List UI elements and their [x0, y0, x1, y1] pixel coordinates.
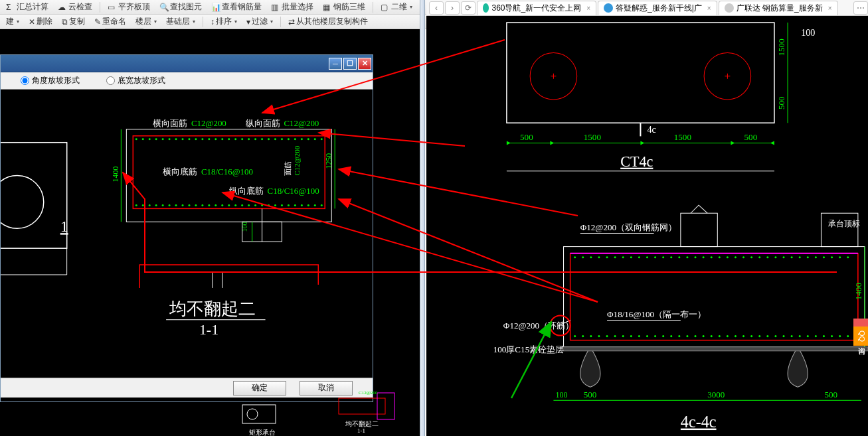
dialog-options: 角度放坡形式 底宽放坡形式	[1, 72, 373, 90]
svg-point-34	[135, 204, 137, 206]
svg-point-146	[831, 256, 833, 258]
tab-overflow[interactable]: ⋯	[853, 1, 868, 15]
tb-baselayer[interactable]: 基础层	[163, 15, 199, 29]
dialog-titlebar[interactable]: ─ ☐ ✕	[1, 55, 373, 72]
tb-copy[interactable]: ⧉ 复制	[58, 15, 88, 29]
svg-point-60	[307, 204, 309, 206]
svg-point-14	[195, 138, 197, 140]
svg-point-33	[321, 138, 323, 140]
svg-point-148	[847, 256, 849, 258]
svg-rect-0	[1, 143, 67, 248]
svg-point-156	[630, 335, 632, 337]
tab-glodon[interactable]: 广联达 钢筋算量_服务新×	[719, 1, 838, 15]
svg-point-179	[815, 335, 817, 337]
tb-sort[interactable]: ↕ 排序	[207, 15, 240, 29]
svg-point-25	[268, 138, 270, 140]
tb-rebar3d[interactable]: ▦钢筋三维	[319, 0, 369, 14]
ok-button[interactable]: 确定	[233, 381, 286, 396]
tb-find[interactable]: 🔍查找图元	[156, 0, 205, 14]
svg-point-36	[149, 204, 151, 206]
svg-point-26	[274, 138, 276, 140]
browser-tabs: ‹ › ⟳ 360导航_新一代安全上网× 答疑解惑_服务新干线|广× 广联达 钢…	[426, 0, 868, 16]
svg-text:面筋: 面筋	[284, 161, 292, 176]
opt-width[interactable]: 底宽放坡形式	[106, 75, 165, 86]
svg-point-22	[248, 138, 250, 140]
side-tab-follow[interactable]: 关注我们	[853, 319, 868, 327]
tb-flat[interactable]: ▭平齐板顶	[104, 0, 153, 14]
svg-point-30	[301, 138, 303, 140]
maximize-button[interactable]: ☐	[343, 58, 357, 70]
nav-fwd[interactable]: ›	[445, 1, 460, 15]
svg-point-140	[783, 256, 785, 258]
svg-point-158	[646, 335, 648, 337]
close-icon[interactable]: ×	[828, 5, 832, 12]
tb-new[interactable]: 建	[3, 15, 23, 29]
svg-point-19	[228, 138, 230, 140]
right-canvas[interactable]: 4c 500 1500 1500 500 1500 500 100 CT4c	[426, 16, 868, 436]
svg-point-59	[301, 204, 303, 206]
svg-point-180	[823, 335, 825, 337]
svg-text:500: 500	[744, 132, 758, 142]
svg-point-58	[294, 204, 296, 206]
svg-point-150	[582, 335, 584, 337]
svg-point-147	[839, 256, 841, 258]
tab-faq[interactable]: 答疑解惑_服务新干线|广×	[598, 1, 717, 15]
svg-text:500: 500	[584, 390, 597, 400]
minimize-button[interactable]: ─	[329, 58, 342, 70]
v-bot-rebar-label: 纵向底筋	[229, 186, 264, 196]
svg-point-46	[215, 204, 217, 206]
tb-cloud[interactable]: ☁云检查	[54, 0, 96, 14]
opt-angle[interactable]: 角度放坡形式	[21, 75, 80, 86]
close-icon[interactable]: ×	[707, 5, 711, 12]
tb-floor[interactable]: 楼层	[132, 15, 160, 29]
svg-text:500: 500	[776, 96, 786, 109]
svg-point-165	[703, 335, 705, 337]
side-tabs: 关注我们 QQ咨询	[853, 319, 868, 346]
svg-point-16	[208, 138, 210, 140]
svg-rect-184	[681, 213, 717, 246]
nav-back[interactable]: ‹	[429, 1, 444, 15]
tb-copyfloor[interactable]: ⇄ 从其他楼层复制构件	[285, 15, 371, 29]
svg-marker-99	[731, 141, 735, 145]
svg-point-6	[142, 138, 144, 140]
svg-point-23	[254, 138, 256, 140]
tb-batch[interactable]: ▥批量选择	[268, 0, 317, 14]
svg-point-128	[686, 256, 688, 258]
tb-view-rebar[interactable]: 📊查看钢筋量	[208, 0, 265, 14]
svg-point-149	[574, 335, 576, 337]
tb-rename[interactable]: ✎ 重命名	[91, 15, 130, 29]
svg-point-45	[208, 204, 210, 206]
svg-point-178	[807, 335, 809, 337]
close-button[interactable]: ✕	[358, 58, 371, 70]
svg-point-138	[766, 256, 768, 258]
svg-point-116	[590, 256, 592, 258]
tb-filter[interactable]: ▾ 过滤	[243, 15, 276, 29]
svg-point-11	[175, 138, 177, 140]
vertical-splitter[interactable]	[420, 0, 425, 436]
tab-360[interactable]: 360导航_新一代安全上网×	[477, 1, 596, 15]
svg-point-15	[201, 138, 203, 140]
tb-2d[interactable]: ▢二维	[377, 0, 416, 14]
svg-point-175	[783, 335, 785, 337]
svg-point-153	[606, 335, 608, 337]
h-bot-rebar-label: 横向底筋	[163, 167, 197, 177]
nav-refresh[interactable]: ⟳	[461, 1, 476, 15]
svg-text:100: 100	[801, 27, 815, 38]
svg-point-20	[234, 138, 236, 140]
tb-delete[interactable]: ✕ 删除	[25, 15, 56, 29]
svg-point-173	[766, 335, 768, 337]
svg-point-18	[221, 138, 223, 140]
svg-point-195	[550, 315, 570, 335]
cancel-button[interactable]: 取消	[300, 381, 353, 396]
svg-point-170	[742, 335, 744, 337]
side-tab-qq[interactable]: QQ咨询	[853, 327, 868, 346]
svg-point-40	[175, 204, 177, 206]
svg-point-21	[241, 138, 243, 140]
tb-sum[interactable]: Σ汇总计算	[3, 0, 52, 14]
close-icon[interactable]: ×	[586, 5, 590, 12]
svg-point-51	[248, 204, 250, 206]
svg-text:100: 100	[555, 390, 567, 400]
svg-point-43	[195, 204, 197, 206]
svg-point-144	[815, 256, 817, 258]
dialog-cad-area[interactable]: 1 横向面筋 C12@200 纵向面筋 C12@200 横向底筋	[1, 90, 373, 375]
